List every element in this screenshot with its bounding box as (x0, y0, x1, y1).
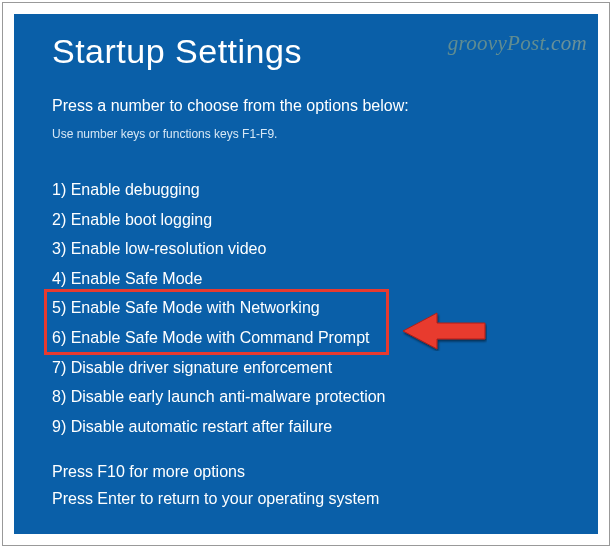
watermark-text: groovyPost.com (448, 31, 587, 56)
instruction-text: Press a number to choose from the option… (52, 97, 560, 115)
options-list: 1) Enable debugging 2) Enable boot loggi… (52, 175, 560, 441)
footer-instructions: Press F10 for more options Press Enter t… (52, 458, 379, 512)
option-1-enable-debugging[interactable]: 1) Enable debugging (52, 175, 560, 205)
window-border: Startup Settings Press a number to choos… (2, 2, 610, 546)
footer-line-more-options: Press F10 for more options (52, 458, 379, 485)
footer-line-return: Press Enter to return to your operating … (52, 485, 379, 512)
option-6-enable-safe-mode-command-prompt[interactable]: 6) Enable Safe Mode with Command Prompt (52, 323, 560, 353)
option-4-enable-safe-mode[interactable]: 4) Enable Safe Mode (52, 264, 560, 294)
option-7-disable-driver-signature-enforcement[interactable]: 7) Disable driver signature enforcement (52, 353, 560, 383)
option-8-disable-early-launch-anti-malware[interactable]: 8) Disable early launch anti-malware pro… (52, 382, 560, 412)
option-3-enable-low-resolution-video[interactable]: 3) Enable low-resolution video (52, 234, 560, 264)
hint-text: Use number keys or functions keys F1-F9. (52, 127, 560, 141)
option-9-disable-automatic-restart[interactable]: 9) Disable automatic restart after failu… (52, 412, 560, 442)
option-5-enable-safe-mode-networking[interactable]: 5) Enable Safe Mode with Networking (52, 293, 560, 323)
option-2-enable-boot-logging[interactable]: 2) Enable boot logging (52, 205, 560, 235)
startup-settings-screen: Startup Settings Press a number to choos… (14, 14, 598, 534)
